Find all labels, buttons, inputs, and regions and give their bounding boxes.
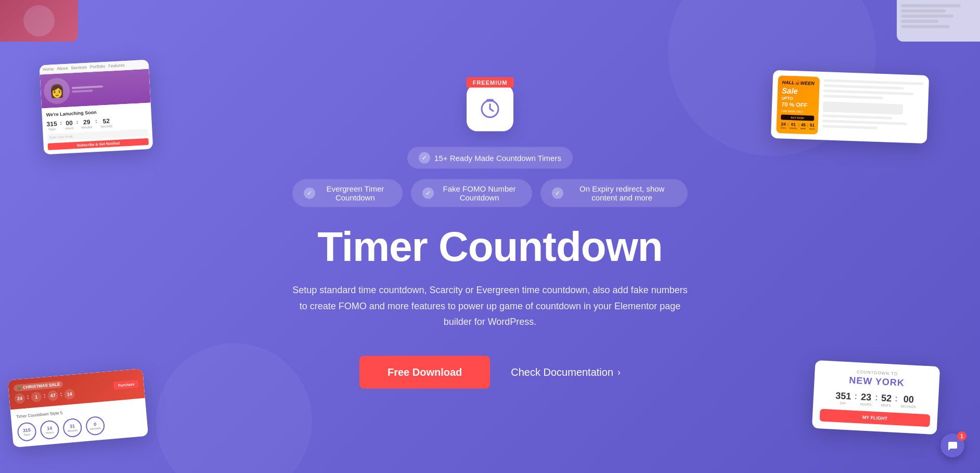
nav-item: Services <box>71 65 87 71</box>
halloween-title: HALL🎃WEEN <box>782 80 815 86</box>
halloween-buy-btn: BUY NOW! <box>781 114 814 121</box>
ny-minutes-label: MINTS <box>881 404 891 408</box>
check-docs-button[interactable]: Check Documentation › <box>511 366 621 378</box>
bg-circle-2 <box>156 343 312 473</box>
nav-item: Home <box>43 67 54 72</box>
plugin-icon-wrapper: FREEMIUM <box>467 85 513 132</box>
halloween-sale: Sale <box>782 86 816 96</box>
plugin-icon-box <box>467 85 513 132</box>
svg-rect-1 <box>486 99 494 102</box>
features-middle-row: ✓ Evergreen Timer Countdown ✓ Fake FOMO … <box>292 179 688 207</box>
feature-main-label: 15+ Ready Made Countdown Timers <box>434 153 561 162</box>
countdown-hours: 00 <box>65 119 74 127</box>
float-image-top-right <box>897 0 980 42</box>
nav-item: About <box>57 66 68 71</box>
feature-label-1: Evergreen Timer Countdown <box>319 185 391 202</box>
card-halloween: HALL🎃WEEN Sale UPTO 70 % OFF THIS WEEK O… <box>771 70 929 143</box>
countdown-days-label: Days <box>47 127 57 131</box>
chat-badge: 1 <box>957 431 966 441</box>
ny-seconds: 00 <box>900 394 917 406</box>
halloween-week: THIS WEEK ONLY <box>781 109 815 113</box>
feature-top: ✓ 15+ Ready Made Countdown Timers <box>292 147 688 169</box>
feature-label-3: On Expiry redirect, show content and mor… <box>568 185 676 202</box>
feature-badge-main: ✓ 15+ Ready Made Countdown Timers <box>407 147 573 169</box>
float-image-top-left <box>0 0 78 42</box>
ny-seconds-label: SECONDS <box>900 404 916 409</box>
countdown-minutes-label: Minutes <box>82 125 93 129</box>
ny-hours-label: HOURS <box>860 402 871 406</box>
ny-days: 351 <box>835 390 852 402</box>
ny-hours: 23 <box>860 391 872 403</box>
free-download-button[interactable]: Free Download <box>359 356 490 388</box>
countdown-minutes: 29 <box>81 118 93 126</box>
feature-label-2: Fake FOMO Number Countdown <box>438 185 521 202</box>
check-icon-main: ✓ <box>419 152 430 164</box>
hero-description: Setup standard time countdown, Scarcity … <box>292 282 688 330</box>
freemium-badge: FREEMIUM <box>467 77 514 88</box>
feature-badge-1: ✓ Evergreen Timer Countdown <box>292 179 403 207</box>
circle-days: 315 Days <box>17 422 37 442</box>
feature-badge-3: ✓ On Expiry redirect, show content and m… <box>540 179 688 207</box>
circle-minutes: 31 Minutes <box>62 418 83 438</box>
hero-content: FREEMIUM ✓ 15+ Ready Made Countdown Time… <box>292 85 688 389</box>
countdown-seconds-label: Seconds <box>100 124 113 128</box>
chat-bubble-button[interactable]: 1 <box>940 433 964 457</box>
check-icon-3: ✓ <box>552 188 563 199</box>
page-title: Timer Countdown <box>292 226 688 268</box>
nav-item: Portfolio <box>90 64 106 70</box>
card-launching-soon: Home About Services Portfolio Features 👩… <box>40 60 153 155</box>
ny-minutes: 52 <box>881 393 892 404</box>
chevron-right-icon: › <box>617 366 621 377</box>
card-timer-style-5: 🎄 CHRISTMAS SALE 24 : 1 : 47 : 14 Purcha… <box>8 369 148 448</box>
clock-icon <box>477 95 503 121</box>
circle-hours: 14 Hours <box>40 419 60 440</box>
halloween-discount: 70 % OFF <box>781 101 815 108</box>
page-background: Home About Services Portfolio Features 👩… <box>0 0 980 473</box>
nav-item: Features <box>108 63 125 69</box>
my-flight-button[interactable]: MY FLIGHT <box>819 409 930 427</box>
card-new-york: COUNTDOWN TO NEW YORK 351 DAY : 23 HOURS… <box>812 360 940 435</box>
countdown-hours-label: Hours <box>65 126 73 130</box>
chat-icon <box>947 440 958 451</box>
check-docs-label: Check Documentation <box>511 366 613 378</box>
countdown-days: 315 <box>46 120 57 128</box>
check-icon-2: ✓ <box>422 188 434 199</box>
check-icon-1: ✓ <box>304 188 315 199</box>
countdown-seconds: 52 <box>100 117 112 125</box>
circle-seconds: 0 Seconds <box>85 416 106 436</box>
feature-badge-2: ✓ Fake FOMO Number Countdown <box>411 179 533 207</box>
hero-buttons: Free Download Check Documentation › <box>292 356 688 388</box>
